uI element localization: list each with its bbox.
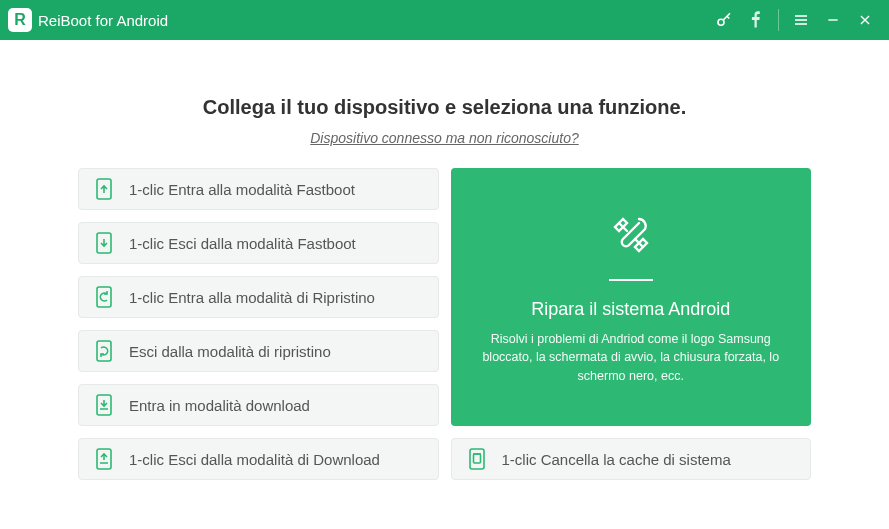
svg-point-0 <box>718 19 724 25</box>
app-title: ReiBoot for Android <box>38 12 168 29</box>
phone-down-icon <box>95 232 113 254</box>
download-in-icon <box>95 394 113 416</box>
card-divider <box>609 279 653 281</box>
enter-download-button[interactable]: Entra in modalità download <box>78 384 439 426</box>
app-logo: R ReiBoot for Android <box>8 8 168 32</box>
option-label: 1-clic Entra alla modalità Fastboot <box>129 181 355 198</box>
tools-icon <box>605 209 657 265</box>
svg-rect-10 <box>97 341 111 361</box>
exit-fastboot-button[interactable]: 1-clic Esci dalla modalità Fastboot <box>78 222 439 264</box>
repair-title: Ripara il sistema Android <box>531 299 730 320</box>
phone-refresh-up-icon <box>95 286 113 308</box>
exit-recovery-button[interactable]: Esci dalla modalità di ripristino <box>78 330 439 372</box>
download-out-icon <box>95 448 113 470</box>
key-icon[interactable] <box>708 0 740 40</box>
svg-rect-14 <box>473 454 480 463</box>
close-icon[interactable] <box>849 0 881 40</box>
facebook-icon[interactable] <box>740 0 772 40</box>
main-content: Collega il tuo dispositivo e seleziona u… <box>0 40 889 480</box>
enter-fastboot-button[interactable]: 1-clic Entra alla modalità Fastboot <box>78 168 439 210</box>
repair-description: Risolvi i problemi di Andriod come il lo… <box>479 330 784 384</box>
unrecognized-link[interactable]: Dispositivo connesso ma non riconosciuto… <box>310 130 578 146</box>
option-label: 1-clic Esci dalla modalità Fastboot <box>129 235 356 252</box>
repair-system-card[interactable]: Ripara il sistema Android Risolvi i prob… <box>451 168 812 426</box>
enter-recovery-button[interactable]: 1-clic Entra alla modalità di Ripristino <box>78 276 439 318</box>
logo-icon: R <box>8 8 32 32</box>
svg-rect-13 <box>470 449 484 469</box>
option-label: 1-clic Entra alla modalità di Ripristino <box>129 289 375 306</box>
page-heading: Collega il tuo dispositivo e seleziona u… <box>78 96 811 119</box>
option-label: Entra in modalità download <box>129 397 310 414</box>
phone-refresh-down-icon <box>95 340 113 362</box>
option-label: 1-clic Esci dalla modalità di Download <box>129 451 380 468</box>
clear-cache-button[interactable]: 1-clic Cancella la cache di sistema <box>451 438 812 480</box>
svg-rect-9 <box>97 287 111 307</box>
phone-up-icon <box>95 178 113 200</box>
titlebar: R ReiBoot for Android <box>0 0 889 40</box>
exit-download-button[interactable]: 1-clic Esci dalla modalità di Download <box>78 438 439 480</box>
titlebar-divider <box>778 9 779 31</box>
menu-icon[interactable] <box>785 0 817 40</box>
minimize-icon[interactable] <box>817 0 849 40</box>
phone-clear-icon <box>468 448 486 470</box>
option-label: Esci dalla modalità di ripristino <box>129 343 331 360</box>
option-label: 1-clic Cancella la cache di sistema <box>502 451 731 468</box>
